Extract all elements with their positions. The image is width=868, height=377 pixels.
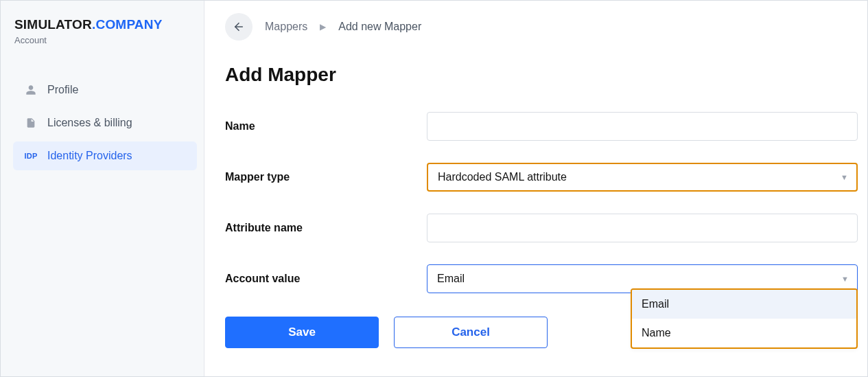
- account-value-dropdown: Email Name: [631, 288, 858, 349]
- file-icon: [24, 117, 38, 128]
- form-row-attribute-name: Attribute name: [225, 214, 858, 242]
- breadcrumb-mappers-link[interactable]: Mappers: [265, 21, 307, 33]
- main-content: Mappers ▶ Add new Mapper Add Mapper Name…: [204, 1, 867, 376]
- back-button[interactable]: [225, 13, 253, 41]
- arrow-left-icon: [233, 21, 245, 33]
- app-root: SIMULATOR.COMPANY Account Profile Licens…: [0, 0, 868, 377]
- name-input[interactable]: [427, 112, 858, 141]
- form-row-mapper-type: Mapper type Hardcoded SAML attribute ▼: [225, 163, 858, 192]
- save-button[interactable]: Save: [225, 317, 379, 348]
- mapper-type-value: Hardcoded SAML attribute: [438, 171, 567, 183]
- chevron-right-icon: ▶: [320, 22, 326, 32]
- account-value-value: Email: [437, 273, 465, 285]
- mapper-type-label: Mapper type: [225, 171, 427, 183]
- idp-badge-icon: IDP: [24, 152, 38, 160]
- page-title: Add Mapper: [225, 64, 858, 86]
- breadcrumb: Mappers ▶ Add new Mapper: [225, 13, 858, 41]
- sidebar-item-label: Licenses & billing: [47, 117, 132, 129]
- user-icon: [24, 84, 38, 95]
- sidebar-item-identity-providers[interactable]: IDP Identity Providers: [13, 141, 197, 170]
- mapper-type-select[interactable]: Hardcoded SAML attribute ▼: [427, 163, 858, 192]
- attribute-name-input[interactable]: [427, 214, 858, 242]
- attribute-name-label: Attribute name: [225, 222, 427, 234]
- name-label: Name: [225, 120, 427, 133]
- form-row-name: Name: [225, 112, 858, 141]
- brand-part2: .COMPANY: [92, 17, 163, 32]
- dropdown-option-name[interactable]: Name: [632, 319, 856, 347]
- chevron-down-icon: ▼: [841, 275, 849, 283]
- cancel-button[interactable]: Cancel: [394, 317, 548, 348]
- sidebar-nav: Profile Licenses & billing IDP Identity …: [13, 76, 197, 170]
- chevron-down-icon: ▼: [841, 173, 848, 181]
- sidebar-item-licenses[interactable]: Licenses & billing: [13, 108, 197, 137]
- sidebar: SIMULATOR.COMPANY Account Profile Licens…: [1, 1, 204, 376]
- brand-part1: SIMULATOR: [14, 17, 92, 32]
- sidebar-item-label: Profile: [47, 84, 78, 96]
- account-value-label: Account value: [225, 273, 427, 285]
- brand: SIMULATOR.COMPANY: [13, 17, 197, 32]
- sidebar-item-label: Identity Providers: [47, 150, 132, 162]
- sidebar-item-profile[interactable]: Profile: [13, 76, 197, 104]
- dropdown-option-email[interactable]: Email: [632, 290, 856, 319]
- breadcrumb-current: Add new Mapper: [338, 21, 421, 33]
- brand-subtitle: Account: [13, 35, 197, 45]
